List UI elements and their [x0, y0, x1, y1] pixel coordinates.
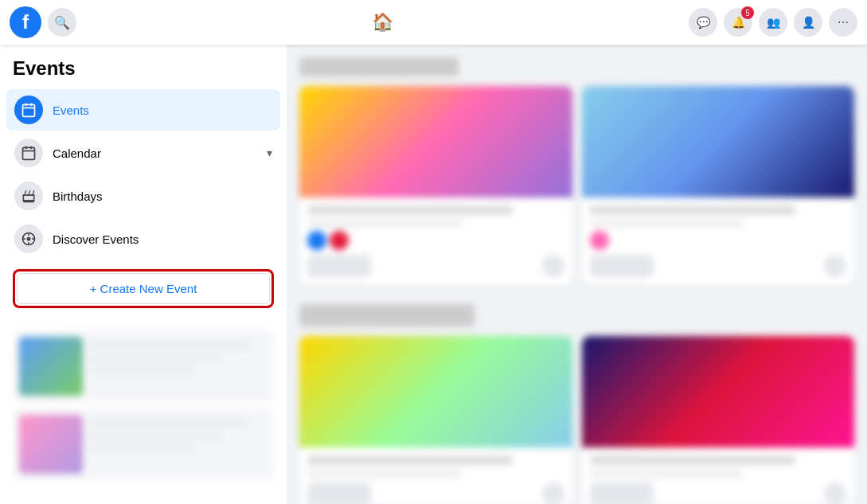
event-card-2-avatars: [590, 231, 847, 250]
event-card-2-more-icon[interactable]: [824, 255, 846, 277]
event-card-3-action-btn[interactable]: [307, 483, 371, 504]
notifications-button[interactable]: 🔔 5: [724, 8, 752, 37]
event-card-3-body: [299, 447, 572, 504]
friends-icon: 👥: [767, 16, 780, 29]
event-card-3-more-icon[interactable]: [542, 483, 564, 504]
messenger-icon: 💬: [697, 16, 710, 29]
event-card-4-more-icon[interactable]: [824, 483, 846, 504]
calendar-icon: [14, 139, 43, 167]
event-card-4-footer: [590, 483, 847, 504]
event-card-4[interactable]: [582, 336, 855, 504]
home-button[interactable]: 🏠: [365, 5, 400, 40]
bell-icon: 🔔: [732, 16, 745, 29]
event-card-3[interactable]: [299, 336, 572, 504]
nav-center: 🏠: [76, 5, 689, 40]
event-card-1-body: [299, 197, 572, 285]
event-card-3-image: [299, 336, 572, 447]
profile-button[interactable]: 👤: [794, 8, 822, 37]
search-icon: 🔍: [54, 15, 70, 30]
recent-events-title: [299, 304, 475, 326]
sidebar-event-preview-2: [13, 408, 274, 480]
nav-right: 💬 🔔 5 👥 👤 ⋯: [689, 8, 857, 37]
profile-icon: 👤: [802, 16, 815, 29]
event-card-1-more-icon[interactable]: [542, 255, 564, 277]
facebook-logo[interactable]: f: [10, 6, 41, 38]
svg-rect-0: [23, 104, 35, 116]
create-event-highlight-border: + Create New Event: [13, 269, 274, 308]
event-card-3-title: [307, 455, 513, 465]
create-event-wrapper: + Create New Event: [6, 263, 280, 315]
create-new-event-button[interactable]: + Create New Event: [17, 273, 270, 304]
sidebar-calendar-label: Calendar: [53, 147, 257, 160]
events-grid-top: [299, 86, 854, 285]
messenger-button[interactable]: 💬: [689, 8, 717, 37]
top-navigation: f 🔍 🏠 💬 🔔 5 👥 👤 ⋯: [0, 0, 867, 45]
event-card-1-subtitle: [307, 220, 462, 228]
event-card-4-title: [590, 455, 795, 465]
birthdays-icon: [14, 182, 43, 210]
suggested-events-title: [299, 57, 459, 76]
event-card-2-image: [582, 86, 855, 197]
sidebar-events-label: Events: [53, 104, 272, 117]
event-card-2-body: [582, 197, 855, 285]
svg-rect-4: [23, 147, 35, 159]
event-card-2-footer: [590, 255, 847, 277]
discover-events-icon: [14, 225, 43, 253]
menu-icon: ⋯: [838, 16, 849, 29]
main-content: [287, 45, 867, 504]
page-layout: Events Events: [0, 45, 867, 504]
sidebar-title: Events: [6, 57, 280, 89]
event-card-1[interactable]: [299, 86, 572, 285]
events-icon: [14, 96, 43, 124]
event-card-1-image: [299, 86, 572, 197]
events-grid-bottom: [299, 336, 854, 504]
event-card-3-subtitle: [307, 470, 462, 478]
event-card-1-footer: [307, 255, 564, 277]
sidebar-item-birthdays[interactable]: Birthdays: [6, 175, 280, 217]
event-card-2[interactable]: [582, 86, 855, 285]
menu-button[interactable]: ⋯: [829, 8, 857, 37]
svg-point-9: [27, 237, 31, 241]
avatar-1: [307, 231, 326, 250]
event-card-2-title: [590, 205, 795, 215]
event-card-1-avatars: [307, 231, 564, 250]
friends-button[interactable]: 👥: [759, 8, 787, 37]
event-card-1-title: [307, 205, 513, 215]
avatar-3: [590, 231, 609, 250]
event-card-4-body: [582, 447, 855, 504]
notification-badge: 5: [741, 6, 754, 19]
sidebar-item-discover[interactable]: Discover Events: [6, 218, 280, 260]
chevron-down-icon: ▾: [267, 147, 272, 159]
event-card-3-footer: [307, 483, 564, 504]
sidebar-blurred-content: [6, 324, 280, 493]
event-card-4-action-btn[interactable]: [590, 483, 654, 504]
event-card-2-action-btn[interactable]: [590, 255, 654, 277]
sidebar-event-preview-1: [13, 330, 274, 402]
sidebar-item-calendar[interactable]: Calendar ▾: [6, 132, 280, 174]
event-card-4-subtitle: [590, 470, 744, 478]
event-card-1-action-btn[interactable]: [307, 255, 371, 277]
sidebar-discover-label: Discover Events: [53, 232, 272, 246]
home-icon: 🏠: [372, 12, 393, 33]
avatar-2: [330, 231, 349, 250]
event-card-4-image: [582, 336, 855, 447]
sidebar-item-events[interactable]: Events: [6, 89, 280, 131]
event-card-2-subtitle: [590, 220, 744, 228]
search-button[interactable]: 🔍: [48, 8, 76, 37]
sidebar-birthdays-label: Birthdays: [53, 189, 272, 203]
sidebar: Events Events: [0, 45, 287, 504]
